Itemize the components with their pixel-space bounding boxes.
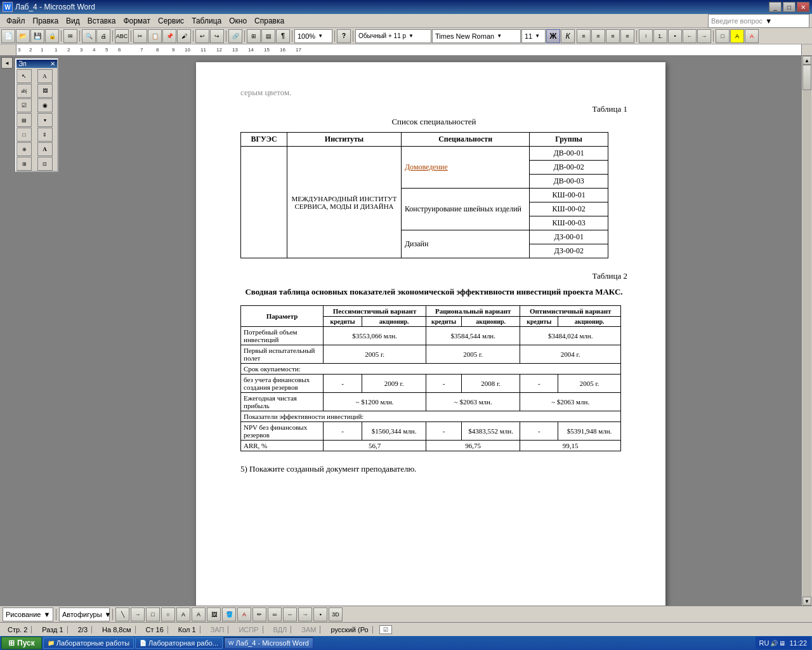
- ellipse-tool[interactable]: ○: [161, 607, 175, 621]
- table-button[interactable]: ⊞: [247, 29, 261, 43]
- taskbar-lab-works[interactable]: 📁 Лабораторные работы: [43, 637, 134, 649]
- draw-dropdown[interactable]: Рисование ▼: [3, 607, 53, 621]
- bold-button[interactable]: Ж: [546, 29, 560, 43]
- tool-listbox[interactable]: ▤: [16, 113, 32, 127]
- td-r8: 96,75: [426, 441, 520, 451]
- taskbar-lab-doc[interactable]: 📄 Лабораторная рабо...: [135, 637, 223, 649]
- permission-button[interactable]: 🔒: [45, 29, 59, 43]
- open-button[interactable]: 📂: [16, 29, 30, 43]
- tool-image[interactable]: 🖼: [37, 84, 53, 98]
- menu-file[interactable]: Файл: [3, 15, 29, 27]
- menu-edit[interactable]: Правка: [29, 15, 63, 27]
- bullets-button[interactable]: •: [668, 29, 682, 43]
- menu-table[interactable]: Таблица: [188, 15, 225, 27]
- vertical-scrollbar[interactable]: ▲ ▼: [802, 56, 812, 606]
- scroll-track[interactable]: [802, 65, 811, 597]
- help-search-box[interactable]: Введите вопрос ▼: [708, 14, 809, 28]
- td-o4a: 2005 г.: [558, 375, 621, 393]
- taskbar-word[interactable]: W Лаб_4 - Microsoft Word: [224, 637, 313, 649]
- justify-button[interactable]: ≡: [620, 29, 634, 43]
- close-button[interactable]: ✕: [797, 2, 809, 12]
- scroll-down-button[interactable]: ▼: [802, 597, 811, 606]
- clipart-tool[interactable]: 🖼: [207, 607, 221, 621]
- italic-button[interactable]: К: [561, 29, 575, 43]
- tool-text[interactable]: A: [37, 69, 53, 83]
- outside-border-button[interactable]: □: [716, 29, 730, 43]
- font-size-dropdown[interactable]: 11 ▼: [521, 29, 546, 43]
- textbox-tool[interactable]: A: [176, 607, 190, 621]
- shadow-tool[interactable]: ▪: [313, 607, 327, 621]
- font-color-button[interactable]: A: [745, 29, 759, 43]
- tool-radio[interactable]: ◉: [37, 98, 53, 112]
- redo-button[interactable]: ↪: [210, 29, 224, 43]
- increase-indent-button[interactable]: →: [697, 29, 711, 43]
- minimize-button[interactable]: _: [769, 2, 782, 12]
- table2-col-optimistic: Оптимистичный вариант: [520, 306, 621, 317]
- tool-letter[interactable]: A: [37, 142, 53, 156]
- td-param8: ARR, %: [241, 441, 324, 451]
- align-left-button[interactable]: ≡: [577, 29, 591, 43]
- 3d-tool[interactable]: 3D: [329, 607, 343, 621]
- print-preview-button[interactable]: 🔍: [82, 29, 96, 43]
- hyperlink-button[interactable]: 🔗: [228, 29, 242, 43]
- help-button[interactable]: ?: [337, 29, 351, 43]
- menu-service[interactable]: Сервис: [154, 15, 188, 27]
- show-hide-button[interactable]: ¶: [276, 29, 290, 43]
- arrow-style-tool[interactable]: →: [298, 607, 312, 621]
- cut-button[interactable]: ✂: [133, 29, 147, 43]
- spellcheck-button[interactable]: ABC: [115, 29, 129, 43]
- tool-label[interactable]: ab|: [16, 84, 32, 98]
- td-vgues: [241, 147, 287, 258]
- numbering-button[interactable]: 1.: [653, 29, 667, 43]
- menu-insert[interactable]: Вставка: [84, 15, 120, 27]
- align-center-button[interactable]: ≡: [591, 29, 605, 43]
- wordart-tool[interactable]: A: [192, 607, 206, 621]
- new-button[interactable]: 📄: [1, 29, 15, 43]
- style-dropdown[interactable]: Обычный + 11 р ▼: [355, 29, 431, 43]
- document-area[interactable]: серым цветом. Таблица 1 Список специальн…: [60, 56, 802, 606]
- maximize-button[interactable]: □: [783, 2, 796, 12]
- tool-combo[interactable]: ▾: [37, 113, 53, 127]
- print-button[interactable]: 🖨: [96, 29, 110, 43]
- tool-button[interactable]: □: [16, 128, 32, 142]
- tool-spinner[interactable]: ⊕: [16, 142, 32, 156]
- arrow-tool[interactable]: →: [131, 607, 145, 621]
- font-name-dropdown[interactable]: Times New Roman ▼: [432, 29, 521, 43]
- tool-extra1[interactable]: ⊞: [16, 157, 32, 171]
- color-fill-tool[interactable]: 🪣: [222, 607, 236, 621]
- separator7: [244, 30, 245, 42]
- line-style-tool[interactable]: ═: [268, 607, 282, 621]
- tool-select[interactable]: ↖: [16, 69, 32, 83]
- undo-button[interactable]: ↩: [195, 29, 209, 43]
- start-button[interactable]: ⊞ Пуск: [1, 637, 42, 649]
- line-tool[interactable]: ╲: [115, 607, 129, 621]
- tool-scrollbar[interactable]: ⇕: [37, 128, 53, 142]
- line-color-tool[interactable]: ✏: [252, 607, 266, 621]
- columns-button[interactable]: ▤: [261, 29, 275, 43]
- zoom-dropdown[interactable]: 100% ▼: [294, 29, 332, 43]
- tool-checkbox[interactable]: ☑: [16, 98, 32, 112]
- dash-style-tool[interactable]: --: [283, 607, 297, 621]
- scroll-up-button[interactable]: ▲: [802, 56, 811, 65]
- format-painter-button[interactable]: 🖌: [177, 29, 191, 43]
- line-spacing-button[interactable]: ↕: [639, 29, 653, 43]
- scroll-thumb[interactable]: [802, 65, 811, 90]
- paste-button[interactable]: 📌: [162, 29, 176, 43]
- highlight-button[interactable]: A: [730, 29, 744, 43]
- save-button[interactable]: 💾: [30, 29, 44, 43]
- left-arrow-button[interactable]: ◄: [1, 57, 13, 69]
- toolbox-close[interactable]: ✕: [50, 60, 55, 67]
- menu-help[interactable]: Справка: [251, 15, 288, 27]
- copy-button[interactable]: 📋: [148, 29, 162, 43]
- menu-format[interactable]: Формат: [119, 15, 154, 27]
- autoshapes-dropdown[interactable]: Автофигуры ▼: [59, 607, 110, 621]
- separator2: [79, 30, 80, 42]
- rect-tool[interactable]: □: [146, 607, 160, 621]
- font-color-tool2[interactable]: A: [237, 607, 251, 621]
- decrease-indent-button[interactable]: ←: [683, 29, 697, 43]
- email-button[interactable]: ✉: [63, 29, 77, 43]
- align-right-button[interactable]: ≡: [606, 29, 620, 43]
- tool-extra2[interactable]: ⊡: [37, 157, 53, 171]
- menu-window[interactable]: Окно: [225, 15, 251, 27]
- menu-view[interactable]: Вид: [62, 15, 84, 27]
